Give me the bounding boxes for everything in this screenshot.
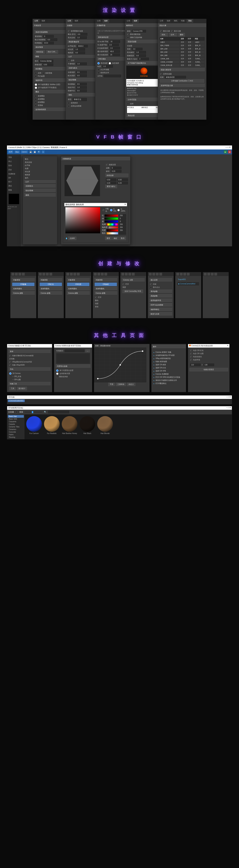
sbtn-dr[interactable]: DR	[8, 176, 20, 180]
create-icon[interactable]	[204, 273, 207, 276]
int-item[interactable]: 包含环境	[189, 358, 228, 362]
table-row[interactable]: 基本_半透明打开打开基本_半	[160, 44, 205, 47]
create-icon[interactable]	[19, 273, 21, 276]
create-icon[interactable]	[128, 273, 131, 276]
input-fhl[interactable]	[135, 51, 146, 54]
input-blur[interactable]	[76, 89, 87, 92]
track-k[interactable]	[106, 232, 118, 235]
input-precision[interactable]	[103, 65, 113, 68]
tab-common2[interactable]: 公用	[66, 19, 73, 23]
create-icon[interactable]	[104, 273, 107, 276]
create-icon[interactable]	[176, 273, 179, 276]
tab-common5[interactable]: 公用	[158, 19, 165, 23]
btn-resume[interactable]: 恢复渲染	[35, 50, 45, 54]
check-blend[interactable]	[127, 33, 129, 35]
check-vray[interactable]	[9, 361, 11, 363]
input-s3[interactable]	[106, 182, 116, 184]
input-hl[interactable]	[76, 36, 87, 39]
int-item[interactable]: 包含 CR 灯光	[189, 349, 228, 352]
material-item[interactable]: Hair Beeline Honey	[62, 416, 77, 437]
radio-100[interactable]	[117, 209, 120, 211]
input-r[interactable]	[119, 214, 126, 217]
input-glare[interactable]	[76, 74, 87, 77]
create-icon[interactable]	[67, 273, 69, 276]
input-pixel[interactable]	[138, 58, 149, 60]
input-wb[interactable]	[77, 45, 88, 48]
input-fw[interactable]	[132, 48, 142, 50]
check-refresh[interactable]	[106, 164, 108, 166]
tab-scene5[interactable]: 场景	[165, 19, 172, 23]
input-time[interactable]	[43, 42, 54, 44]
check-en-el[interactable]	[160, 73, 162, 75]
create-icon[interactable]	[183, 273, 186, 276]
save-icon[interactable]: 💾	[29, 150, 32, 154]
sbtn-stats[interactable]: 统计	[8, 180, 20, 184]
check-lut[interactable]	[68, 60, 70, 62]
input-maxray[interactable]	[109, 54, 120, 56]
ops-item[interactable]: ▸ 转换 材质/贴图	[153, 360, 185, 363]
export-list[interactable]	[56, 353, 90, 364]
search-input[interactable]	[48, 411, 69, 413]
check-ui[interactable]	[103, 209, 104, 211]
input-int-h[interactable]	[190, 364, 201, 366]
input-exposure[interactable]	[77, 33, 87, 36]
close-icon[interactable]: ✕	[229, 146, 231, 148]
render-icon[interactable]: ▶	[224, 150, 227, 154]
check-filter[interactable]	[68, 30, 70, 32]
input-pass[interactable]	[43, 35, 54, 38]
create-icon[interactable]	[77, 273, 80, 276]
input-lut-opacity[interactable]	[76, 62, 87, 65]
ops-item[interactable]: ▸ 打开/覆盖噪点	[153, 382, 185, 385]
scatter-max-icon[interactable]: □	[228, 396, 229, 398]
check-fav[interactable]	[16, 411, 18, 413]
btn-reset-color[interactable]: 重置	[105, 237, 112, 240]
check-load[interactable]	[98, 69, 99, 71]
elements-table[interactable]: 名称启用打开类型 G缓冲打开打开G缓冲基本_半透明打开打开基本_半基本_反射打开…	[159, 37, 205, 67]
ops-item[interactable]: ▸ Corona 色调映射	[153, 373, 185, 376]
btn-save-exr[interactable]: 另存 CXR...	[46, 50, 58, 54]
input-k[interactable]	[119, 232, 126, 235]
check-cache[interactable]	[56, 376, 58, 378]
input-s4[interactable]	[117, 182, 128, 184]
category-item[interactable]: Fabric	[8, 433, 24, 436]
check-keep-disp[interactable]	[42, 72, 44, 74]
radio-static[interactable]	[98, 62, 100, 64]
ops-item[interactable]: ▸ Corona 材质/灯 转换	[153, 351, 185, 354]
ops-item[interactable]: ▸ 打开 CR VFB 非色调交互式渲染	[153, 376, 185, 379]
radio-multi-exp[interactable]	[56, 373, 58, 375]
create-icon[interactable]	[187, 273, 190, 276]
category-item[interactable]: Ceramics	[8, 428, 24, 431]
sbtn-hist[interactable]: 历史	[8, 168, 20, 172]
zoom-icon[interactable]: 🔍	[37, 150, 41, 154]
size-slider[interactable]	[25, 412, 42, 412]
matlib-close-icon[interactable]: ✕	[230, 407, 231, 409]
input-contrast[interactable]	[75, 48, 85, 51]
dr-list[interactable]: IP/主机名解析状态线程	[127, 106, 161, 113]
color-close-icon[interactable]: ✕	[124, 203, 126, 206]
tab-common[interactable]: 公用	[33, 19, 40, 23]
create-icon[interactable]	[207, 273, 210, 276]
sbtn-denoise[interactable]: 降噪	[8, 188, 20, 192]
check-dof[interactable]	[68, 102, 70, 104]
input-s1[interactable]	[106, 179, 116, 181]
create-icon[interactable]	[94, 273, 97, 276]
input-hue[interactable]	[119, 223, 126, 226]
check-enable-mat[interactable]	[35, 72, 37, 74]
ops-item[interactable]: ▸ 从场景转换所选 CR 材质	[153, 354, 185, 357]
check-refl[interactable]	[35, 98, 37, 100]
cat-btn[interactable]: CR灯光	[39, 283, 62, 286]
input-s2[interactable]	[117, 179, 128, 181]
input-fname[interactable]	[104, 75, 121, 77]
create-icon[interactable]	[152, 273, 155, 276]
category-item[interactable]: Carpaints	[8, 420, 24, 423]
input-sharp[interactable]	[76, 83, 87, 85]
tab-scene[interactable]: 场景	[40, 19, 47, 23]
cat-btn[interactable]: CR摄像	[12, 283, 34, 286]
table-row[interactable]: 基本_漫射打开打开基本_漫	[160, 54, 205, 57]
tab-cam5[interactable]: 相机	[172, 19, 179, 23]
create-icon[interactable]	[156, 273, 159, 276]
sbtn-render[interactable]: 渲染	[8, 155, 20, 159]
create-icon[interactable]	[101, 273, 104, 276]
category-item[interactable]: Concrete	[8, 431, 24, 433]
input-int-s[interactable]	[204, 364, 214, 366]
